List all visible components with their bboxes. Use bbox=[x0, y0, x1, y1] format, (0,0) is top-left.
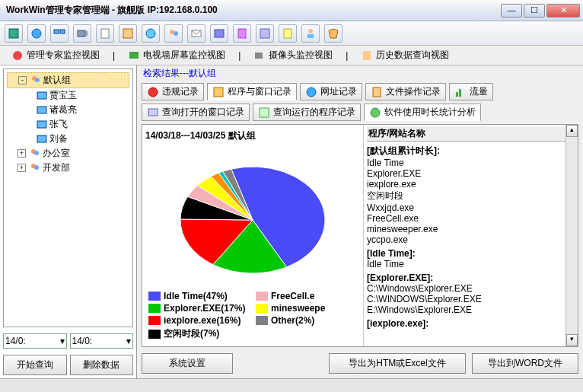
toolbar-icon-shield[interactable] bbox=[324, 24, 342, 43]
export-word-button[interactable]: 导出到WORD文件 bbox=[472, 353, 578, 374]
data-row[interactable]: yccpo.exe3 bbox=[367, 234, 575, 245]
data-row[interactable]: E:\Windows\Explorer.EXE bbox=[367, 304, 575, 315]
toolbar-icon-11[interactable] bbox=[233, 24, 251, 43]
tab-program-window[interactable]: 程序与窗口记录 bbox=[207, 83, 297, 100]
toolbar-icon-7[interactable] bbox=[142, 24, 160, 43]
tree-group-office[interactable]: +办公室 bbox=[7, 146, 129, 161]
view-tvwall[interactable]: 电视墙屏幕监控视图 bbox=[123, 46, 231, 64]
data-row[interactable]: Idle Time6 bbox=[367, 158, 575, 168]
data-row[interactable]: FreeCell.exe bbox=[367, 213, 575, 224]
svg-rect-26 bbox=[37, 121, 46, 128]
svg-rect-12 bbox=[215, 30, 224, 37]
toolbar-icon-monitors[interactable] bbox=[50, 24, 68, 43]
main-tabs: 违规记录 程序与窗口记录 网址记录 文件操作记录 流量 bbox=[137, 81, 583, 102]
tree-user[interactable]: 张飞 bbox=[7, 117, 129, 132]
toolbar-icon-1[interactable] bbox=[5, 24, 23, 43]
subtab-window-records[interactable]: 查询打开的窗口记录 bbox=[142, 104, 250, 121]
toolbar-icon-doc[interactable] bbox=[96, 24, 114, 43]
svg-rect-39 bbox=[260, 108, 269, 117]
tab-violation[interactable]: 违规记录 bbox=[142, 83, 204, 100]
data-section: [Idle Time]: bbox=[367, 248, 575, 259]
scrollbar[interactable]: ▴ ▾ bbox=[565, 125, 578, 346]
svg-rect-27 bbox=[37, 135, 46, 142]
svg-rect-2 bbox=[54, 30, 59, 33]
tree-group-default[interactable]: -默认组 bbox=[7, 72, 129, 88]
tab-traffic[interactable]: 流量 bbox=[449, 83, 493, 100]
data-row[interactable]: C:\Windows\Explorer.EXE bbox=[367, 283, 575, 294]
tree-user[interactable]: 诸葛亮 bbox=[7, 103, 129, 117]
main-toolbar bbox=[0, 21, 583, 46]
export-htm-excel-button[interactable]: 导出为HTM或Excel文件 bbox=[329, 353, 466, 374]
date-from[interactable]: 14/0:▾ bbox=[3, 333, 67, 349]
data-row[interactable]: Wxxjqd.exe bbox=[367, 202, 575, 213]
search-result-label: 检索结果---默认组 bbox=[137, 65, 583, 81]
data-list: 程序/网站名称 [默认组累计时长]: Idle Time6 Explorer.E… bbox=[363, 125, 578, 346]
close-button[interactable]: ✕ bbox=[546, 4, 580, 18]
tab-fileop[interactable]: 文件操作记录 bbox=[365, 83, 446, 100]
start-query-button[interactable]: 开始查询 bbox=[3, 355, 67, 375]
svg-rect-25 bbox=[37, 107, 46, 113]
legend-item: Explorer.EXE(17%) bbox=[148, 303, 250, 314]
subtab-usage-stats[interactable]: 软件使用时长统计分析 bbox=[364, 104, 481, 121]
toolbar-icon-log[interactable] bbox=[279, 24, 297, 43]
delete-data-button[interactable]: 删除数据 bbox=[70, 355, 134, 375]
chart-area: 14/03/18---14/03/25 默认组 Idle Time(47%) F… bbox=[142, 124, 578, 347]
expand-icon[interactable]: + bbox=[18, 164, 26, 172]
toolbar-icon-globe[interactable] bbox=[27, 24, 46, 43]
data-section: [iexplore.exe]: bbox=[367, 318, 575, 329]
toolbar-icon-12[interactable] bbox=[256, 24, 274, 43]
status-bar bbox=[0, 378, 583, 392]
svg-point-1 bbox=[32, 29, 41, 38]
svg-rect-21 bbox=[363, 51, 371, 60]
svg-point-16 bbox=[308, 29, 313, 33]
data-row[interactable]: Idle Time6 bbox=[367, 259, 575, 269]
toolbar-icon-6[interactable] bbox=[119, 24, 137, 43]
expand-icon[interactable]: + bbox=[18, 149, 26, 158]
pie-chart bbox=[145, 144, 360, 288]
collapse-icon[interactable]: - bbox=[18, 76, 27, 84]
data-header: 程序/网站名称 bbox=[367, 126, 575, 142]
scroll-down-icon[interactable]: ▾ bbox=[566, 334, 578, 346]
scroll-up-icon[interactable]: ▴ bbox=[566, 125, 578, 137]
date-to[interactable]: 14/0:▾ bbox=[70, 333, 134, 349]
view-history[interactable]: 历史数据查询视图 bbox=[355, 46, 454, 64]
svg-rect-35 bbox=[373, 88, 381, 97]
toolbar-icon-10[interactable] bbox=[210, 24, 228, 43]
minimize-button[interactable]: — bbox=[501, 4, 522, 18]
tree-group-dev[interactable]: +开发部 bbox=[7, 161, 129, 175]
view-monitor[interactable]: 管理专家监控视图 bbox=[6, 46, 105, 64]
data-row[interactable]: Explorer.EXE2 bbox=[367, 168, 575, 179]
tree-user[interactable]: 贾宝玉 bbox=[7, 88, 129, 103]
toolbar-icon-users[interactable] bbox=[164, 24, 183, 43]
svg-point-10 bbox=[174, 31, 178, 36]
view-camera[interactable]: 摄像头监控视图 bbox=[248, 46, 338, 64]
svg-point-23 bbox=[35, 78, 40, 82]
svg-rect-20 bbox=[255, 53, 263, 59]
svg-rect-37 bbox=[459, 89, 461, 97]
svg-rect-4 bbox=[78, 30, 85, 37]
system-settings-button[interactable]: 系统设置 bbox=[142, 353, 233, 374]
tab-url[interactable]: 网址记录 bbox=[300, 83, 362, 100]
title-bar: WorkWin管理专家管理端 - 旗舰版 IP:192.168.0.100 — … bbox=[0, 0, 583, 21]
tree-user[interactable]: 刘备 bbox=[7, 132, 129, 146]
svg-point-34 bbox=[307, 88, 316, 97]
toolbar-icon-user[interactable] bbox=[301, 24, 320, 43]
svg-point-31 bbox=[34, 165, 39, 170]
toolbar-icon-camera[interactable] bbox=[73, 24, 91, 43]
data-row[interactable]: C:\WINDOWS\Explorer.EXE bbox=[367, 294, 575, 304]
data-row[interactable]: 空闲时段 bbox=[367, 190, 575, 202]
maximize-button[interactable]: ☐ bbox=[524, 4, 545, 18]
view-bar: 管理专家监控视图 | 电视墙屏幕监控视图 | 摄像头监控视图 | 历史数据查询视… bbox=[0, 46, 583, 65]
svg-rect-6 bbox=[101, 29, 109, 38]
chart-legend: Idle Time(47%) FreeCell.e Explorer.EXE(1… bbox=[145, 288, 360, 343]
svg-rect-36 bbox=[456, 92, 458, 97]
group-tree[interactable]: -默认组 贾宝玉 诸葛亮 张飞 刘备 +办公室 +开发部 bbox=[3, 69, 133, 327]
svg-rect-33 bbox=[214, 88, 223, 97]
svg-point-40 bbox=[371, 108, 380, 117]
sub-tabs: 查询打开的窗口记录 查询运行的程序记录 软件使用时长统计分析 bbox=[137, 102, 583, 123]
svg-rect-17 bbox=[307, 34, 314, 38]
subtab-program-records[interactable]: 查询运行的程序记录 bbox=[253, 104, 361, 121]
toolbar-icon-mail[interactable] bbox=[187, 24, 205, 43]
data-row[interactable]: minesweeper.exe4 bbox=[367, 224, 575, 234]
data-row[interactable]: iexplore.exe2 bbox=[367, 179, 575, 190]
